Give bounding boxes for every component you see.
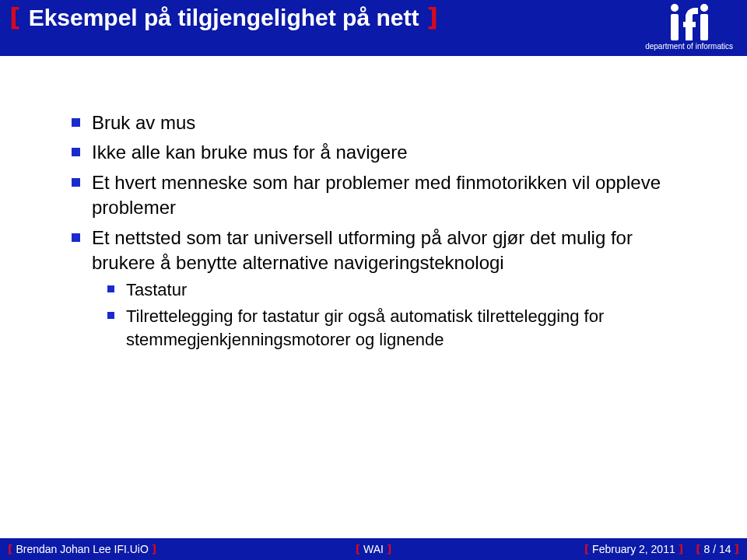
sub-bullet-list: Tastatur Tilrettelegging for tastatur gi… (107, 278, 700, 351)
bracket-left-icon: [ (584, 543, 589, 555)
footer-author-text: Brendan Johan Lee IFI.UiO (16, 543, 148, 555)
bullet-text: Tilrettelegging for tastatur gir også au… (126, 306, 604, 349)
footer-author: [ Brendan Johan Lee IFI.UiO ] (8, 543, 156, 555)
bullet-text: Et hvert menneske som har problemer med … (92, 172, 661, 218)
title-text: Eksempel på tilgjengelighet på nett (29, 5, 419, 30)
list-item: Et hvert menneske som har problemer med … (72, 170, 700, 221)
footer-page: [ 8 / 14 ] (696, 543, 739, 555)
footer-center-text: WAI (363, 543, 384, 555)
ifi-logo-text: department of informatics (645, 42, 733, 51)
title-bracket-left: [ (9, 5, 21, 30)
bullet-text: Bruk av mus (92, 112, 195, 133)
ifi-logo: department of informatics (645, 3, 733, 51)
bracket-left-icon: [ (356, 543, 360, 555)
title-bracket-right: ] (426, 5, 438, 30)
bracket-right-icon: ] (679, 543, 683, 555)
footer-page-text: 8 / 14 (704, 543, 731, 555)
bracket-right-icon: ] (735, 543, 739, 555)
list-item: Bruk av mus (72, 110, 700, 135)
footer-date-text: February 2, 2011 (592, 543, 675, 555)
bullet-text: Et nettsted som tar universell utforming… (92, 227, 633, 273)
bracket-right-icon: ] (152, 543, 156, 555)
ifi-logo-icon (671, 3, 708, 40)
bracket-left-icon: [ (696, 543, 700, 555)
slide-title: [ Eksempel på tilgjengelighet på nett ] (9, 5, 438, 30)
footer-center: [ WAI ] (356, 543, 392, 555)
list-item: Ikke alle kan bruke mus for å navigere (72, 140, 700, 165)
bullet-list: Bruk av mus Ikke alle kan bruke mus for … (72, 110, 700, 351)
slide-body: Bruk av mus Ikke alle kan bruke mus for … (0, 56, 747, 351)
slide-header: [ Eksempel på tilgjengelighet på nett ] … (0, 0, 747, 56)
bracket-right-icon: ] (387, 543, 391, 555)
list-item: Tilrettelegging for tastatur gir også au… (107, 305, 700, 351)
footer-date: [ February 2, 2011 ] (584, 543, 683, 555)
list-item: Tastatur (107, 278, 700, 302)
slide-footer: [ Brendan Johan Lee IFI.UiO ] [ WAI ] [ … (0, 538, 747, 560)
list-item: Et nettsted som tar universell utforming… (72, 226, 700, 352)
bullet-text: Ikke alle kan bruke mus for å navigere (92, 142, 408, 163)
bracket-left-icon: [ (8, 543, 12, 555)
bullet-text: Tastatur (126, 280, 187, 299)
